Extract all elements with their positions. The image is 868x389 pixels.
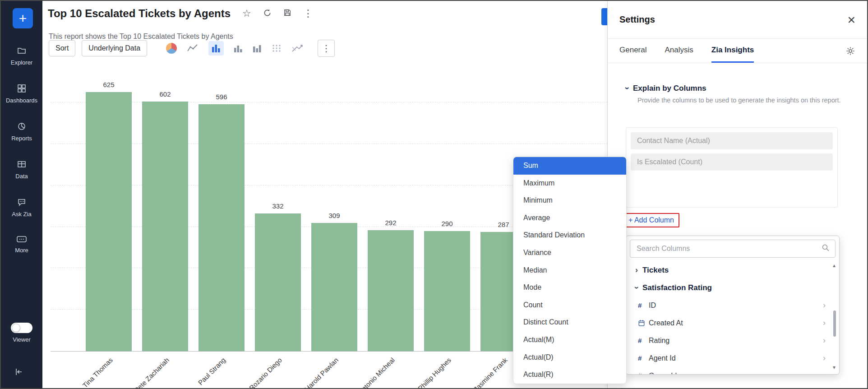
sort-button[interactable]: Sort [49,40,75,56]
report-title-row: Top 10 Escalated Tickets by Agents ☆ ⋮ [48,7,313,20]
bar[interactable] [142,102,188,351]
column-row[interactable]: #Rating› [626,332,839,349]
tab-general[interactable]: General [619,39,646,63]
chevron-down-icon: › [623,87,632,90]
sidebar-item-label: Explorer [11,59,32,66]
column-chart-icon[interactable] [234,44,243,52]
sidebar-item-more[interactable]: More [1,236,42,254]
aggregate-option[interactable]: Sum [513,157,626,175]
sidebar: + Explorer Dashboards Reports Data Ask Z… [1,1,42,388]
sidebar-item-explorer[interactable]: Explorer [1,46,42,66]
x-axis-label: Paul Strang [167,356,227,389]
report-title: Top 10 Escalated Tickets by Agents [48,7,231,20]
settings-title: Settings [619,14,655,25]
sidebar-item-label: Ask Zia [12,211,31,218]
line-chart-icon[interactable] [187,43,199,53]
explain-by-columns-section-header[interactable]: › Explain by Columns [626,83,706,93]
bar-value-label: 292 [368,219,414,227]
aggregate-option[interactable]: Mode [513,279,626,296]
scatter-chart-icon[interactable] [272,44,282,53]
sidebar-item-data[interactable]: Data [1,160,42,180]
aggregate-option[interactable]: Actual(D) [513,349,626,366]
aggregate-option[interactable]: Variance [513,244,626,262]
more-chart-types-button[interactable]: ⋮ [318,40,335,57]
aggregate-option[interactable]: Actual(M) [513,331,626,349]
bar[interactable] [368,230,414,351]
number-icon: # [638,301,649,309]
x-axis-label: Pete Zachariah [111,356,171,389]
aggregate-option[interactable]: Maximum [513,175,626,192]
sidebar-item-label: Reports [11,135,32,142]
scroll-down-icon[interactable]: ▾ [833,364,836,370]
collapse-sidebar-icon[interactable] [14,367,23,378]
refresh-icon[interactable] [263,9,272,19]
table-icon [17,160,26,171]
number-icon: # [638,337,649,344]
x-axis-label: Tina Thomas [55,356,114,389]
bar[interactable] [311,223,357,351]
add-column-link[interactable]: + Add Column [628,216,674,224]
bar-value-label: 596 [199,93,245,101]
pie-chart-icon[interactable] [166,43,177,54]
aggregate-option[interactable]: Minimum [513,192,626,209]
bar-chart-icon-selected[interactable] [208,41,224,56]
chevron-right-icon: › [823,353,826,363]
search-columns-input[interactable] [636,244,822,253]
column-row[interactable]: Created At› [626,314,839,332]
column-chip[interactable]: Is Escalated (Count) [631,153,833,171]
create-new-button[interactable]: + [13,8,33,28]
calendar-icon [638,320,649,327]
scrollbar-thumb[interactable] [833,310,836,337]
sidebar-nav: Explorer Dashboards Reports Data Ask Zia… [1,46,42,254]
sidebar-item-ask-zia[interactable]: Ask Zia [1,198,42,218]
settings-tabs: General Analysis Zia Insights [608,39,867,63]
bar[interactable] [255,213,301,351]
gear-icon[interactable] [845,39,855,63]
folder-icon [17,46,26,57]
bar[interactable] [86,92,132,351]
stacked-bar-chart-icon[interactable] [253,44,262,52]
chevron-right-icon: › [823,318,826,328]
section-title: Explain by Columns [633,84,706,93]
tab-zia-insights[interactable]: Zia Insights [711,39,754,63]
save-icon[interactable] [283,9,291,19]
aggregate-option[interactable]: Count [513,296,626,314]
x-axis-label: Phillip Hughes [393,356,452,389]
aggregate-option[interactable]: Distinct Count [513,314,626,331]
column-row[interactable]: #ID› [626,296,839,314]
close-icon[interactable]: × [847,13,855,27]
chart-toolbar: Sort Underlying Data ⋮ [49,40,335,57]
sidebar-item-reports[interactable]: Reports [1,122,42,142]
x-axis-label: Antonio Micheal [337,356,396,389]
scroll-up-icon[interactable]: ▴ [833,262,836,269]
aggregate-option[interactable]: Median [513,262,626,279]
column-picker-list: ›Tickets›Satisfaction Rating#ID›Created … [626,261,839,375]
chevron-right-icon: › [823,371,826,375]
column-chip[interactable]: Contact Name (Actual) [631,132,833,149]
grid-icon [17,84,26,95]
bar-value-label: 332 [255,202,301,210]
underlying-data-button[interactable]: Underlying Data [82,40,147,56]
bar-value-label: 625 [86,81,132,88]
bar-value-label: 602 [142,90,188,98]
aggregate-option[interactable]: Actual(R) [513,366,626,384]
aggregate-option[interactable]: Standard Deviation [513,227,626,244]
column-picker-dropdown: ›Tickets›Satisfaction Rating#ID›Created … [626,236,840,375]
column-row[interactable]: #Group Id› [626,367,839,375]
favorite-star-icon[interactable]: ☆ [242,9,251,19]
add-column-highlight-box: + Add Column [623,213,679,227]
bar-value-label: 309 [311,212,357,219]
viewer-toggle[interactable] [11,323,32,333]
sidebar-item-label: Data [15,173,28,180]
bar[interactable] [424,231,470,351]
aggregate-option[interactable]: Average [513,209,626,227]
aggregate-function-menu: SumMaximumMinimumAverageStandard Deviati… [513,157,627,384]
sidebar-item-dashboards[interactable]: Dashboards [1,84,42,104]
more-options-icon[interactable]: ⋮ [303,9,313,19]
combo-chart-icon[interactable] [291,43,303,53]
bar[interactable] [199,104,245,351]
column-group-row[interactable]: ›Tickets [626,261,839,279]
column-group-row[interactable]: ›Satisfaction Rating [626,279,839,296]
tab-analysis[interactable]: Analysis [665,39,693,63]
column-row[interactable]: #Agent Id› [626,349,839,367]
